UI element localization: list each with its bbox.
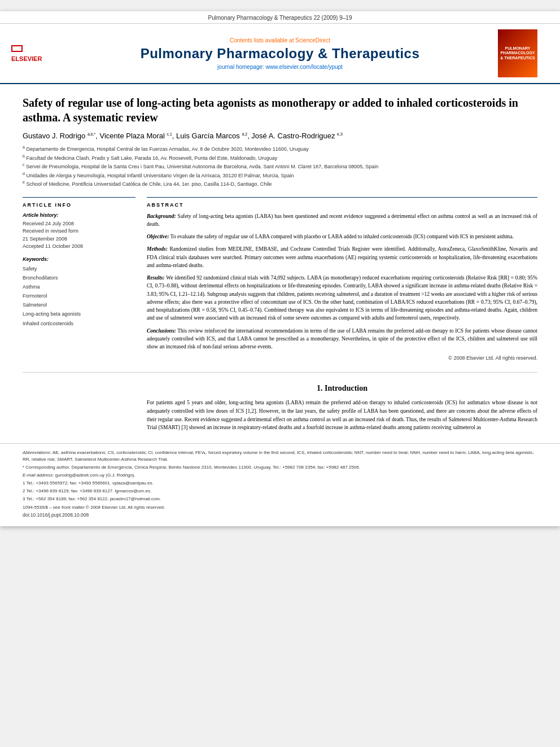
abstract-header: ABSTRACT: [147, 202, 537, 208]
elsevier-logo-area: ELSEVIER: [11, 45, 62, 62]
elsevier-box: [11, 45, 23, 52]
journal-header: ELSEVIER Contents lists available at Sci…: [0, 24, 560, 84]
abbrev-label: Abbreviations:: [23, 450, 53, 455]
footnote-3: 3 Tel.: +562 354 8189; fax: +562 354 812…: [23, 496, 537, 503]
journal-cover-image: PULMONARY PHARMACOLOGY & THERAPEUTICS: [498, 29, 537, 77]
conclusions-text: This review reinforced the international…: [147, 328, 537, 350]
journal-citation: Pulmonary Pharmacology & Therapeutics 22…: [0, 11, 560, 24]
methods-text: Randomized studies from MEDLINE, EMBASE,…: [147, 246, 537, 268]
affiliations: a Departamento de Emergencia, Hospital C…: [23, 145, 537, 189]
homepage-label: journal homepage:: [217, 64, 266, 70]
abbreviations-text: Abbreviations: AE, asthma exacerbations;…: [23, 449, 537, 463]
introduction-body: For patients aged 5 years and older, lon…: [147, 399, 537, 432]
email-line: E-mail address: gurodrig@adinet.com.uy (…: [23, 472, 537, 479]
accepted-date: Accepted 11 October 2008: [23, 243, 83, 249]
footer-doi: doi:10.1016/j.pupt.2008.10.008: [23, 512, 537, 518]
introduction-title: 1. Introduction: [147, 384, 537, 393]
abstract-copyright: © 2008 Elsevier Ltd. All rights reserved…: [147, 355, 537, 361]
results-text: We identified 92 randomized clinical tri…: [147, 275, 537, 321]
intro-left-spacer: [23, 384, 135, 432]
corresponding-author-note: * Corresponding author. Departamento de …: [23, 464, 537, 471]
abstract-conclusions: Conclusions: This review reinforced the …: [147, 327, 537, 351]
email-label: E-mail address:: [23, 473, 55, 478]
footnote-1: 1 Tel.: +3493 5565972; fax: +3493 556560…: [23, 480, 537, 487]
introduction-section: 1. Introduction For patients aged 5 year…: [23, 384, 537, 432]
corresponding-text: Departamento de Emergencia, Clínica Resp…: [72, 465, 360, 470]
citation-text: Pulmonary Pharmacology & Therapeutics 22…: [208, 15, 352, 21]
journal-cover-area: PULMONARY PHARMACOLOGY & THERAPEUTICS: [498, 29, 549, 77]
abstract-results: Results: We identified 92 randomized cli…: [147, 274, 537, 322]
received-date: Received 24 July 2008: [23, 221, 74, 226]
abstract-background: Background: Safety of long-acting beta a…: [147, 212, 537, 229]
elsevier-label: ELSEVIER: [11, 55, 62, 62]
footer-area: Abbreviations: AE, asthma exacerbations;…: [0, 443, 560, 526]
sciencedirect-line: Contents lists available at ScienceDirec…: [62, 37, 498, 43]
journal-title: Pulmonary Pharmacology & Therapeutics: [62, 46, 498, 62]
background-text: Safety of long-acting beta agonists (LAB…: [147, 213, 537, 227]
abstract-column: ABSTRACT Background: Safety of long-acti…: [147, 197, 537, 361]
main-content: Safety of regular use of long-acting bet…: [0, 84, 560, 443]
article-info-column: ARTICLE INFO Article history: Received 2…: [23, 197, 135, 361]
cover-text: PULMONARY PHARMACOLOGY & THERAPEUTICS: [500, 46, 535, 60]
contents-label: Contents lists available at: [230, 37, 295, 43]
keywords-list: Safety Bronchodilators Asthma Formoterol…: [23, 264, 135, 328]
article-info-header: ARTICLE INFO: [23, 202, 135, 208]
results-label: Results:: [147, 275, 165, 281]
homepage-url[interactable]: www.elsevier.com/locate/ypupt: [266, 64, 343, 70]
conclusions-label: Conclusions:: [147, 328, 176, 334]
background-label: Background:: [147, 213, 176, 219]
article-history-dates: Received 24 July 2008 Received in revise…: [23, 220, 135, 251]
authors-line: Gustavo J. Rodrigo a,b,*, Vicente Plaza …: [23, 132, 537, 140]
footer-issn: 1094-5539/$ – see front matter © 2008 El…: [23, 505, 537, 510]
journal-homepage: journal homepage: www.elsevier.com/locat…: [62, 64, 498, 70]
article-history-label: Article history:: [23, 212, 135, 218]
objective-text: To evaluate the safety of regular use of…: [170, 234, 514, 239]
objective-label: Objective:: [147, 234, 169, 239]
section-number: 1.: [317, 384, 323, 392]
article-info-abstract-area: ARTICLE INFO Article history: Received 2…: [23, 197, 537, 361]
section-title-text: Introduction: [325, 384, 368, 392]
keywords-label: Keywords:: [23, 256, 135, 262]
intro-right-content: 1. Introduction For patients aged 5 year…: [147, 384, 537, 432]
abstract-objective: Objective: To evaluate the safety of reg…: [147, 233, 537, 241]
abstract-methods: Methods: Randomized studies from MEDLINE…: [147, 245, 537, 269]
article-title: Safety of regular use of long-acting bet…: [23, 95, 537, 125]
journal-title-area: Contents lists available at ScienceDirec…: [62, 37, 498, 70]
email-address: gurodrig@adinet.com.uy (G.J. Rodrigo).: [55, 473, 135, 478]
footnote-2: 2 Tel.: +3496 839 8129; fax: +3496 839 8…: [23, 488, 537, 495]
page: Pulmonary Pharmacology & Therapeutics 22…: [0, 11, 560, 526]
abbrev-content: AE, asthma exacerbations; CS, corticoste…: [23, 450, 533, 462]
sciencedirect-link[interactable]: ScienceDirect: [295, 37, 330, 43]
section-divider: [23, 372, 537, 373]
methods-label: Methods:: [147, 246, 168, 252]
